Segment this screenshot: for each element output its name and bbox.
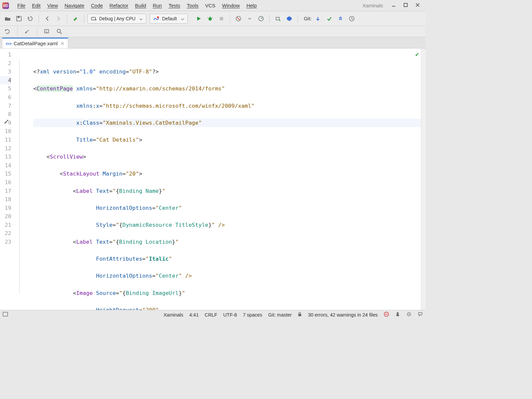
refresh-icon[interactable] [25, 14, 35, 24]
settings-sync-icon[interactable] [406, 312, 412, 318]
git-section-label: Git: [304, 16, 312, 21]
svg-rect-19 [45, 30, 49, 33]
status-bar: Xaminals 4:41 CRLF UTF-8 7 spaces Git: m… [0, 310, 426, 319]
editor-area: 1234567891011121314151617181920212223 ✔ … [0, 49, 426, 310]
window-maximize-button[interactable] [400, 3, 412, 9]
open-icon[interactable] [3, 14, 13, 24]
feedback-icon[interactable] [418, 312, 423, 318]
run-config-label: Debug | Any CPU [99, 16, 135, 21]
svg-rect-28 [396, 314, 399, 316]
tool-window-toggle-icon[interactable] [3, 312, 8, 318]
run-target-label: Default [162, 16, 177, 21]
chevron-down-icon [181, 16, 184, 21]
menu-file[interactable]: File [14, 1, 29, 10]
wrench-icon[interactable] [22, 27, 32, 37]
svg-point-27 [397, 312, 399, 314]
inspector-icon[interactable] [395, 312, 400, 318]
fold-gutter [15, 49, 31, 310]
xaml-file-icon: <•> [6, 42, 11, 46]
status-problems[interactable]: 30 errors, 42 warnings in 24 files [308, 312, 378, 318]
code-editor[interactable]: ✔ <?xml version="1.0" encoding="UTF-8"?>… [31, 49, 421, 310]
svg-line-21 [60, 32, 62, 34]
svg-line-13 [212, 18, 213, 18]
tab-catdetailpage[interactable]: <•> CatDetailPage.xaml ✕ [2, 38, 68, 48]
menu-edit[interactable]: Edit [29, 1, 44, 10]
svg-point-9 [157, 16, 159, 18]
menu-view[interactable]: View [44, 1, 61, 10]
tab-filename-label: CatDetailPage.xaml [14, 41, 58, 46]
editor-tabstrip: <•> CatDetailPage.xaml ✕ [0, 37, 426, 49]
svg-rect-17 [276, 17, 279, 20]
menu-refactor[interactable]: Refactor [106, 1, 132, 10]
nav-back-icon[interactable] [42, 14, 52, 24]
window-close-button[interactable] [412, 3, 424, 9]
svg-rect-8 [91, 17, 95, 20]
menubar: RD File Edit View Navigate Code Refactor… [0, 0, 426, 11]
hammer-icon[interactable] [3, 119, 9, 125]
git-history-icon[interactable] [347, 14, 357, 24]
inspection-ok-icon: ✔ [415, 50, 419, 59]
menu-tools[interactable]: Tools [184, 1, 202, 10]
run-target-combo[interactable]: Default [150, 14, 188, 24]
window-minimize-button[interactable] [388, 3, 400, 9]
line-number-gutter: 1234567891011121314151617181920212223 [0, 49, 15, 310]
navigation-toolbar [0, 26, 426, 37]
svg-line-12 [207, 18, 208, 18]
status-caret-position[interactable]: 4:41 [189, 312, 199, 318]
svg-rect-7 [18, 16, 20, 18]
close-icon[interactable]: ✕ [61, 41, 65, 46]
menu-vcs[interactable]: VCS [202, 1, 219, 10]
app-logo: RD [2, 2, 9, 9]
menu-tests[interactable]: Tests [165, 1, 184, 10]
svg-rect-24 [298, 314, 301, 316]
main-toolbar: Debug | Any CPU Default Git: [0, 11, 426, 26]
menu-window[interactable]: Window [219, 1, 243, 10]
svg-point-20 [57, 29, 61, 33]
coverage-icon[interactable] [256, 14, 266, 24]
undo-icon[interactable] [3, 27, 13, 37]
menu-help[interactable]: Help [243, 1, 260, 10]
project-name-label: Xaminals [358, 3, 388, 8]
select-in-icon[interactable] [42, 27, 52, 37]
status-encoding[interactable]: UTF-8 [223, 312, 237, 318]
chevron-down-icon[interactable] [245, 14, 255, 24]
git-commit-icon[interactable] [324, 14, 334, 24]
status-indent[interactable]: 7 spaces [243, 312, 262, 318]
svg-rect-14 [220, 17, 223, 20]
build-icon[interactable] [70, 14, 80, 24]
run-config-combo[interactable]: Debug | Any CPU [87, 14, 146, 24]
status-project: Xaminals [164, 312, 184, 318]
git-pull-icon[interactable] [313, 14, 323, 24]
svg-point-30 [409, 314, 410, 315]
nav-forward-icon[interactable] [54, 14, 64, 24]
git-push-icon[interactable] [335, 14, 345, 24]
menu-run[interactable]: Run [149, 1, 165, 10]
status-vcs-branch[interactable]: Git: master [268, 312, 292, 318]
search-icon[interactable] [55, 27, 65, 37]
error-indicator-icon[interactable] [384, 312, 389, 318]
stop-icon[interactable] [216, 14, 226, 24]
svg-text:RD: RD [3, 4, 8, 8]
lock-icon[interactable] [298, 312, 302, 318]
menu-build[interactable]: Build [132, 1, 149, 10]
menu-code[interactable]: Code [87, 1, 106, 10]
svg-point-10 [208, 17, 212, 21]
menu-navigate[interactable]: Navigate [61, 1, 87, 10]
status-line-separator[interactable]: CRLF [205, 312, 217, 318]
run-icon[interactable] [194, 14, 204, 24]
svg-rect-23 [3, 312, 8, 316]
chevron-down-icon [139, 16, 143, 21]
svg-rect-4 [404, 3, 407, 7]
attach-icon[interactable] [273, 14, 283, 24]
nuget-icon[interactable] [284, 14, 294, 24]
save-icon[interactable] [14, 14, 24, 24]
svg-text:<•>: <•> [6, 42, 12, 46]
editor-scrollbar[interactable] [421, 49, 426, 310]
profile-icon[interactable] [233, 14, 243, 24]
debug-icon[interactable] [205, 14, 215, 24]
